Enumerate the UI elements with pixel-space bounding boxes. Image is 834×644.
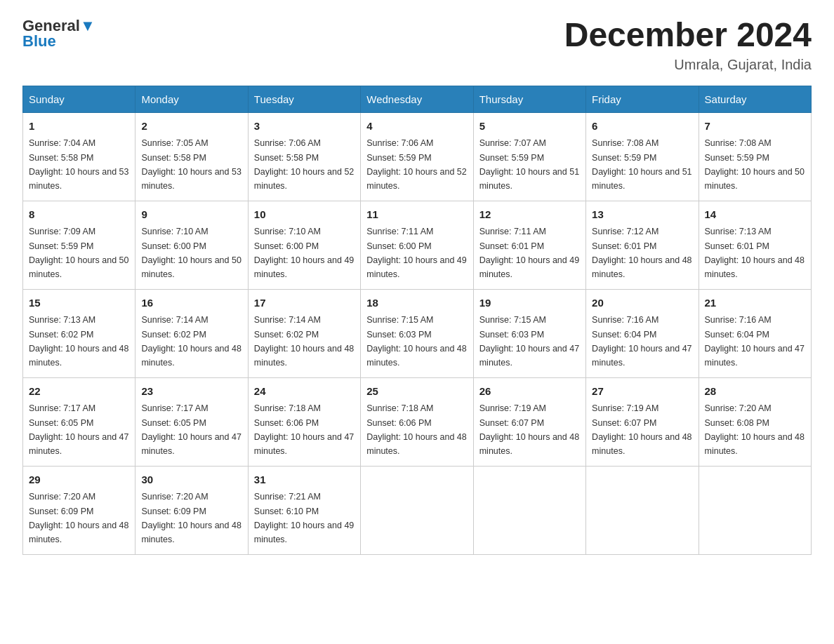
day-info: Sunrise: 7:16 AMSunset: 6:04 PMDaylight:… bbox=[705, 315, 805, 368]
day-info: Sunrise: 7:13 AMSunset: 6:02 PMDaylight:… bbox=[29, 315, 128, 368]
table-row: 25Sunrise: 7:18 AMSunset: 6:06 PMDayligh… bbox=[361, 377, 473, 466]
day-number: 8 bbox=[29, 207, 129, 223]
day-number: 25 bbox=[366, 384, 467, 400]
day-number: 21 bbox=[705, 295, 805, 311]
table-row bbox=[361, 466, 473, 554]
table-row: 1Sunrise: 7:04 AMSunset: 5:58 PMDaylight… bbox=[23, 112, 135, 201]
table-row: 24Sunrise: 7:18 AMSunset: 6:06 PMDayligh… bbox=[248, 377, 360, 466]
day-number: 2 bbox=[141, 119, 241, 135]
day-number: 19 bbox=[479, 295, 580, 311]
day-info: Sunrise: 7:18 AMSunset: 6:06 PMDaylight:… bbox=[254, 403, 354, 456]
day-number: 6 bbox=[592, 119, 692, 135]
day-info: Sunrise: 7:21 AMSunset: 6:10 PMDaylight:… bbox=[254, 492, 354, 544]
day-number: 12 bbox=[479, 207, 580, 223]
day-info: Sunrise: 7:14 AMSunset: 6:02 PMDaylight:… bbox=[141, 315, 241, 368]
table-row: 28Sunrise: 7:20 AMSunset: 6:08 PMDayligh… bbox=[699, 377, 811, 466]
col-sunday: Sunday bbox=[23, 86, 135, 112]
day-info: Sunrise: 7:18 AMSunset: 6:06 PMDaylight:… bbox=[366, 403, 466, 456]
table-row: 30Sunrise: 7:20 AMSunset: 6:09 PMDayligh… bbox=[135, 466, 248, 554]
day-number: 5 bbox=[479, 119, 580, 135]
table-row: 22Sunrise: 7:17 AMSunset: 6:05 PMDayligh… bbox=[23, 377, 135, 466]
table-row: 16Sunrise: 7:14 AMSunset: 6:02 PMDayligh… bbox=[135, 289, 248, 377]
title-section: December 2024 Umrala, Gujarat, India bbox=[564, 17, 812, 73]
day-info: Sunrise: 7:15 AMSunset: 6:03 PMDaylight:… bbox=[479, 315, 579, 368]
table-row: 20Sunrise: 7:16 AMSunset: 6:04 PMDayligh… bbox=[586, 289, 699, 377]
day-number: 10 bbox=[254, 207, 355, 223]
day-info: Sunrise: 7:12 AMSunset: 6:01 PMDaylight:… bbox=[592, 227, 691, 279]
table-row: 12Sunrise: 7:11 AMSunset: 6:01 PMDayligh… bbox=[473, 201, 585, 289]
table-row bbox=[473, 466, 585, 554]
table-row: 26Sunrise: 7:19 AMSunset: 6:07 PMDayligh… bbox=[473, 377, 585, 466]
day-info: Sunrise: 7:20 AMSunset: 6:09 PMDaylight:… bbox=[141, 492, 241, 544]
day-info: Sunrise: 7:16 AMSunset: 6:04 PMDaylight:… bbox=[592, 315, 691, 368]
table-row: 7Sunrise: 7:08 AMSunset: 5:59 PMDaylight… bbox=[699, 112, 811, 201]
location-label: Umrala, Gujarat, India bbox=[564, 57, 812, 73]
col-monday: Monday bbox=[135, 86, 248, 112]
day-info: Sunrise: 7:08 AMSunset: 5:59 PMDaylight:… bbox=[592, 138, 691, 191]
day-number: 24 bbox=[254, 384, 355, 400]
table-row bbox=[699, 466, 811, 554]
table-row: 21Sunrise: 7:16 AMSunset: 6:04 PMDayligh… bbox=[699, 289, 811, 377]
day-number: 1 bbox=[29, 119, 129, 135]
calendar-week-row: 1Sunrise: 7:04 AMSunset: 5:58 PMDaylight… bbox=[23, 112, 812, 201]
day-info: Sunrise: 7:17 AMSunset: 6:05 PMDaylight:… bbox=[29, 403, 128, 456]
table-row: 19Sunrise: 7:15 AMSunset: 6:03 PMDayligh… bbox=[473, 289, 585, 377]
col-friday: Friday bbox=[586, 86, 699, 112]
day-number: 22 bbox=[29, 384, 129, 400]
day-info: Sunrise: 7:08 AMSunset: 5:59 PMDaylight:… bbox=[705, 138, 805, 191]
day-info: Sunrise: 7:11 AMSunset: 6:01 PMDaylight:… bbox=[479, 227, 579, 279]
logo: General▼ Blue bbox=[22, 17, 95, 51]
page-header: General▼ Blue December 2024 Umrala, Guja… bbox=[22, 17, 812, 73]
day-info: Sunrise: 7:19 AMSunset: 6:07 PMDaylight:… bbox=[479, 403, 579, 456]
day-number: 11 bbox=[366, 207, 467, 223]
table-row: 5Sunrise: 7:07 AMSunset: 5:59 PMDaylight… bbox=[473, 112, 585, 201]
calendar-table: Sunday Monday Tuesday Wednesday Thursday… bbox=[22, 86, 812, 555]
day-number: 15 bbox=[29, 295, 129, 311]
calendar-week-row: 8Sunrise: 7:09 AMSunset: 5:59 PMDaylight… bbox=[23, 201, 812, 289]
day-number: 27 bbox=[592, 384, 692, 400]
day-number: 3 bbox=[254, 119, 355, 135]
day-info: Sunrise: 7:10 AMSunset: 6:00 PMDaylight:… bbox=[254, 227, 354, 279]
col-wednesday: Wednesday bbox=[361, 86, 473, 112]
table-row: 6Sunrise: 7:08 AMSunset: 5:59 PMDaylight… bbox=[586, 112, 699, 201]
col-saturday: Saturday bbox=[699, 86, 811, 112]
day-info: Sunrise: 7:14 AMSunset: 6:02 PMDaylight:… bbox=[254, 315, 354, 368]
calendar-week-row: 22Sunrise: 7:17 AMSunset: 6:05 PMDayligh… bbox=[23, 377, 812, 466]
day-info: Sunrise: 7:07 AMSunset: 5:59 PMDaylight:… bbox=[479, 138, 579, 191]
day-number: 23 bbox=[141, 384, 241, 400]
col-tuesday: Tuesday bbox=[248, 86, 360, 112]
day-info: Sunrise: 7:15 AMSunset: 6:03 PMDaylight:… bbox=[366, 315, 466, 368]
table-row bbox=[586, 466, 699, 554]
day-number: 14 bbox=[705, 207, 805, 223]
day-number: 18 bbox=[366, 295, 467, 311]
day-info: Sunrise: 7:13 AMSunset: 6:01 PMDaylight:… bbox=[705, 227, 805, 279]
day-number: 7 bbox=[705, 119, 805, 135]
day-number: 31 bbox=[254, 472, 355, 488]
day-info: Sunrise: 7:17 AMSunset: 6:05 PMDaylight:… bbox=[141, 403, 241, 456]
day-info: Sunrise: 7:11 AMSunset: 6:00 PMDaylight:… bbox=[366, 227, 466, 279]
table-row: 4Sunrise: 7:06 AMSunset: 5:59 PMDaylight… bbox=[361, 112, 473, 201]
table-row: 3Sunrise: 7:06 AMSunset: 5:58 PMDaylight… bbox=[248, 112, 360, 201]
day-number: 4 bbox=[366, 119, 467, 135]
table-row: 8Sunrise: 7:09 AMSunset: 5:59 PMDaylight… bbox=[23, 201, 135, 289]
table-row: 17Sunrise: 7:14 AMSunset: 6:02 PMDayligh… bbox=[248, 289, 360, 377]
col-thursday: Thursday bbox=[473, 86, 585, 112]
day-info: Sunrise: 7:05 AMSunset: 5:58 PMDaylight:… bbox=[141, 138, 241, 191]
calendar-week-row: 29Sunrise: 7:20 AMSunset: 6:09 PMDayligh… bbox=[23, 466, 812, 554]
day-number: 16 bbox=[141, 295, 241, 311]
day-number: 28 bbox=[705, 384, 805, 400]
table-row: 13Sunrise: 7:12 AMSunset: 6:01 PMDayligh… bbox=[586, 201, 699, 289]
table-row: 10Sunrise: 7:10 AMSunset: 6:00 PMDayligh… bbox=[248, 201, 360, 289]
table-row: 14Sunrise: 7:13 AMSunset: 6:01 PMDayligh… bbox=[699, 201, 811, 289]
table-row: 9Sunrise: 7:10 AMSunset: 6:00 PMDaylight… bbox=[135, 201, 248, 289]
day-info: Sunrise: 7:09 AMSunset: 5:59 PMDaylight:… bbox=[29, 227, 128, 279]
day-number: 26 bbox=[479, 384, 580, 400]
day-number: 13 bbox=[592, 207, 692, 223]
table-row: 18Sunrise: 7:15 AMSunset: 6:03 PMDayligh… bbox=[361, 289, 473, 377]
calendar-header-row: Sunday Monday Tuesday Wednesday Thursday… bbox=[23, 86, 812, 112]
logo-blue-text: Blue bbox=[22, 32, 56, 51]
day-number: 9 bbox=[141, 207, 241, 223]
calendar-week-row: 15Sunrise: 7:13 AMSunset: 6:02 PMDayligh… bbox=[23, 289, 812, 377]
day-number: 30 bbox=[141, 472, 241, 488]
table-row: 27Sunrise: 7:19 AMSunset: 6:07 PMDayligh… bbox=[586, 377, 699, 466]
